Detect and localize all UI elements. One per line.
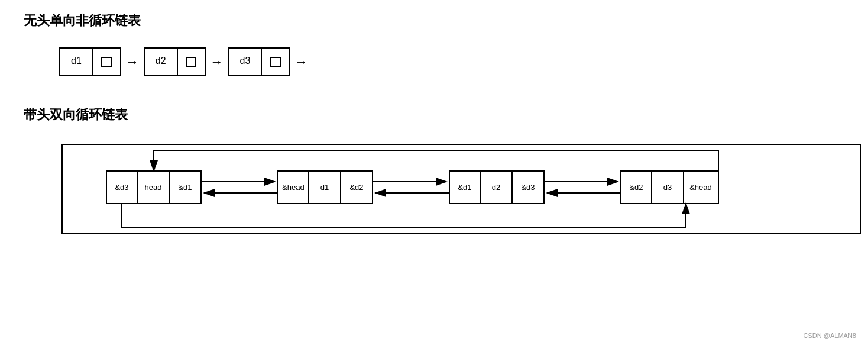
- sll-node-1: d1: [59, 47, 121, 76]
- svg-text:&d2: &d2: [349, 183, 363, 192]
- svg-text:&d1: &d1: [178, 183, 192, 192]
- svg-text:&d1: &d1: [458, 183, 471, 192]
- sll-node-2: d2: [144, 47, 206, 76]
- section1: 无头单向非循环链表 d1 d2 d3: [24, 12, 844, 76]
- sll-arrow-2: [206, 54, 228, 70]
- svg-text:&head: &head: [689, 183, 712, 192]
- sll-node-1-next: [93, 49, 120, 75]
- sll-arrow-1: [121, 54, 144, 70]
- section1-title: 无头单向非循环链表: [24, 12, 844, 30]
- sll-node-2-data: d2: [145, 49, 178, 75]
- svg-text:&d3: &d3: [521, 183, 535, 192]
- svg-text:&d3: &d3: [115, 183, 128, 192]
- section2: 带头双向循环链表 &d3 head &d1 &head d1 &d2 &d1 d…: [24, 106, 844, 236]
- svg-text:&head: &head: [282, 183, 305, 192]
- sll-node-3-next: [262, 49, 289, 75]
- svg-text:d1: d1: [320, 183, 329, 192]
- svg-text:d3: d3: [663, 183, 672, 192]
- svg-text:head: head: [145, 183, 162, 192]
- sll-node-3-data: d3: [229, 49, 263, 75]
- dll-diagram: &d3 head &d1 &head d1 &d2 &d1 d2 &d3 &d2…: [59, 141, 863, 236]
- sll-diagram: d1 d2 d3: [59, 47, 844, 76]
- sll-node-1-data: d1: [60, 49, 93, 75]
- sll-node-3: d3: [228, 47, 290, 76]
- sll-arrow-3: [290, 54, 312, 70]
- sll-node-2-next: [178, 49, 205, 75]
- svg-text:d2: d2: [492, 183, 500, 192]
- section2-title: 带头双向循环链表: [24, 106, 844, 124]
- watermark: CSDN @ALMAN8: [804, 332, 856, 339]
- svg-text:&d2: &d2: [629, 183, 643, 192]
